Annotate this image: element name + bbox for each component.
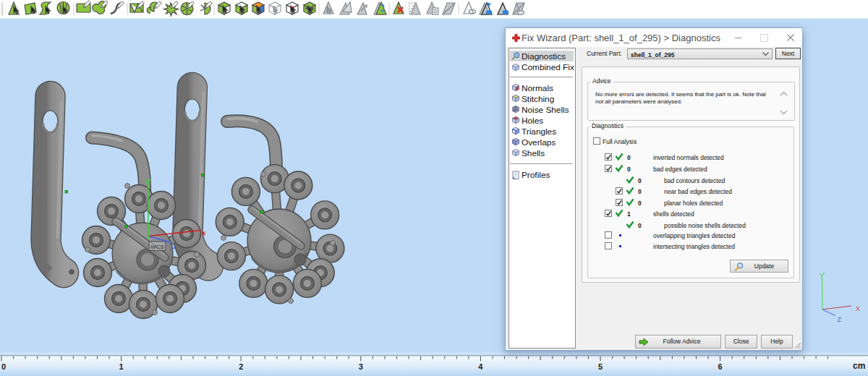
svg-text:Z: Z <box>838 316 842 323</box>
svg-text:0: 0 <box>1 362 6 371</box>
svg-text:Z: Z <box>173 244 176 250</box>
svg-text:4: 4 <box>478 362 483 371</box>
svg-text:X: X <box>856 305 860 312</box>
svg-text:1: 1 <box>119 362 124 371</box>
svg-text:5: 5 <box>598 362 603 371</box>
svg-text:2: 2 <box>239 362 243 371</box>
svg-text:3: 3 <box>359 362 363 371</box>
svg-text:WCS: WCS <box>150 244 164 250</box>
svg-text:cm: cm <box>853 361 865 371</box>
svg-text:6: 6 <box>718 362 723 371</box>
